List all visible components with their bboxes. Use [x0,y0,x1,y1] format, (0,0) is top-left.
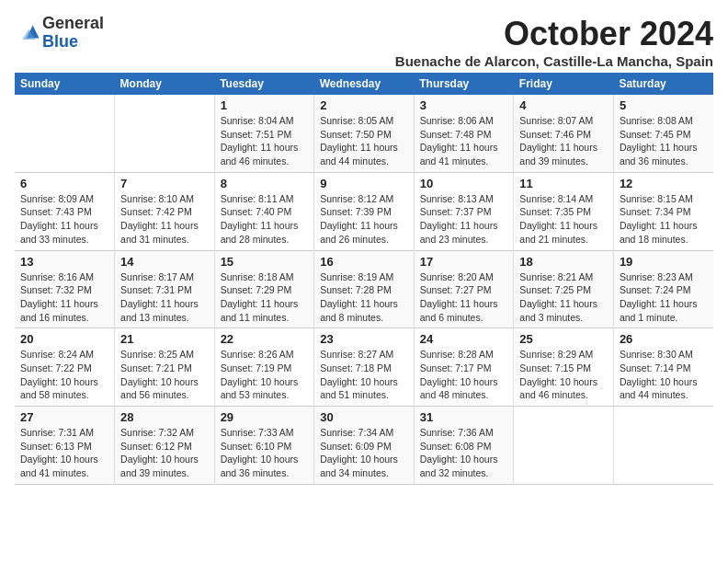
day-info: Sunrise: 8:24 AM Sunset: 7:22 PM Dayligh… [20,348,108,402]
calendar-cell: 10Sunrise: 8:13 AM Sunset: 7:37 PM Dayli… [414,172,514,250]
day-info: Sunrise: 8:28 AM Sunset: 7:17 PM Dayligh… [420,348,508,402]
calendar-cell: 19Sunrise: 8:23 AM Sunset: 7:24 PM Dayli… [613,250,713,328]
day-number: 28 [120,410,209,424]
day-info: Sunrise: 8:11 AM Sunset: 7:40 PM Dayligh… [221,192,309,247]
calendar-cell: 29Sunrise: 7:33 AM Sunset: 6:10 PM Dayli… [214,407,314,485]
day-number: 2 [320,98,408,112]
location-title: Buenache de Alarcon, Castille-La Mancha,… [395,53,713,69]
weekday-header: Friday [514,73,614,95]
calendar-cell [15,95,115,172]
day-number: 13 [20,255,108,269]
day-number: 25 [519,332,608,346]
day-info: Sunrise: 8:23 AM Sunset: 7:24 PM Dayligh… [620,270,708,325]
calendar-cell: 18Sunrise: 8:21 AM Sunset: 7:25 PM Dayli… [514,250,614,328]
day-number: 22 [221,332,309,346]
day-info: Sunrise: 8:27 AM Sunset: 7:18 PM Dayligh… [320,348,408,402]
day-number: 14 [120,255,209,269]
day-info: Sunrise: 8:13 AM Sunset: 7:37 PM Dayligh… [420,192,508,247]
calendar-cell: 3Sunrise: 8:06 AM Sunset: 7:48 PM Daylig… [414,95,514,172]
day-number: 19 [620,255,708,269]
day-number: 26 [620,332,708,346]
day-info: Sunrise: 8:26 AM Sunset: 7:19 PM Dayligh… [221,348,309,402]
day-number: 7 [120,177,209,190]
weekday-header: Monday [115,73,215,95]
day-number: 24 [420,332,508,346]
calendar-table: SundayMondayTuesdayWednesdayThursdayFrid… [15,73,713,485]
calendar-cell: 2Sunrise: 8:05 AM Sunset: 7:50 PM Daylig… [314,95,415,172]
calendar-cell: 24Sunrise: 8:28 AM Sunset: 7:17 PM Dayli… [414,328,514,407]
day-number: 29 [221,410,309,424]
weekday-header: Sunday [15,73,115,95]
calendar-cell: 17Sunrise: 8:20 AM Sunset: 7:27 PM Dayli… [414,250,514,328]
day-info: Sunrise: 8:09 AM Sunset: 7:43 PM Dayligh… [20,192,108,247]
weekday-header: Wednesday [314,73,415,95]
weekday-header: Tuesday [214,73,314,95]
day-info: Sunrise: 8:21 AM Sunset: 7:25 PM Dayligh… [519,270,608,325]
day-info: Sunrise: 8:18 AM Sunset: 7:29 PM Dayligh… [221,270,309,325]
day-number: 17 [420,255,508,269]
day-info: Sunrise: 8:12 AM Sunset: 7:39 PM Dayligh… [320,192,408,247]
calendar-cell: 14Sunrise: 8:17 AM Sunset: 7:31 PM Dayli… [115,250,215,328]
calendar-cell: 7Sunrise: 8:10 AM Sunset: 7:42 PM Daylig… [115,172,215,250]
calendar-week-row: 27Sunrise: 7:31 AM Sunset: 6:13 PM Dayli… [15,407,713,485]
calendar-cell: 12Sunrise: 8:15 AM Sunset: 7:34 PM Dayli… [613,172,713,250]
day-info: Sunrise: 7:31 AM Sunset: 6:13 PM Dayligh… [20,426,108,480]
day-info: Sunrise: 8:19 AM Sunset: 7:28 PM Dayligh… [320,270,408,325]
calendar-cell: 13Sunrise: 8:16 AM Sunset: 7:32 PM Dayli… [15,250,115,328]
day-number: 8 [221,177,309,190]
day-number: 10 [420,177,508,190]
day-info: Sunrise: 8:30 AM Sunset: 7:14 PM Dayligh… [620,348,708,402]
day-info: Sunrise: 7:33 AM Sunset: 6:10 PM Dayligh… [221,426,309,480]
day-info: Sunrise: 7:34 AM Sunset: 6:09 PM Dayligh… [320,426,408,480]
title-area: October 2024 Buenache de Alarcon, Castil… [395,15,713,69]
calendar-cell: 22Sunrise: 8:26 AM Sunset: 7:19 PM Dayli… [214,328,314,407]
day-info: Sunrise: 8:15 AM Sunset: 7:34 PM Dayligh… [620,192,708,247]
calendar-cell: 6Sunrise: 8:09 AM Sunset: 7:43 PM Daylig… [15,172,115,250]
day-info: Sunrise: 8:25 AM Sunset: 7:21 PM Dayligh… [120,348,209,402]
calendar-cell [613,407,713,485]
calendar-cell: 26Sunrise: 8:30 AM Sunset: 7:14 PM Dayli… [613,328,713,407]
calendar-cell: 31Sunrise: 7:36 AM Sunset: 6:08 PM Dayli… [414,407,514,485]
day-number: 21 [120,332,209,346]
logo-general-text: General [42,14,104,32]
day-info: Sunrise: 8:16 AM Sunset: 7:32 PM Dayligh… [20,270,108,325]
day-info: Sunrise: 8:07 AM Sunset: 7:46 PM Dayligh… [519,114,608,168]
day-number: 23 [320,332,408,346]
calendar-week-row: 1Sunrise: 8:04 AM Sunset: 7:51 PM Daylig… [15,95,713,172]
day-info: Sunrise: 8:10 AM Sunset: 7:42 PM Dayligh… [120,192,209,247]
day-info: Sunrise: 8:20 AM Sunset: 7:27 PM Dayligh… [420,270,508,325]
calendar-cell: 21Sunrise: 8:25 AM Sunset: 7:21 PM Dayli… [115,328,215,407]
day-number: 1 [221,98,309,112]
day-info: Sunrise: 8:06 AM Sunset: 7:48 PM Dayligh… [420,114,508,168]
day-number: 18 [519,255,608,269]
day-info: Sunrise: 8:04 AM Sunset: 7:51 PM Dayligh… [221,114,309,168]
calendar-week-row: 6Sunrise: 8:09 AM Sunset: 7:43 PM Daylig… [15,172,713,250]
calendar-cell: 25Sunrise: 8:29 AM Sunset: 7:15 PM Dayli… [514,328,614,407]
day-number: 3 [420,98,508,112]
calendar-cell: 23Sunrise: 8:27 AM Sunset: 7:18 PM Dayli… [314,328,415,407]
calendar-cell: 30Sunrise: 7:34 AM Sunset: 6:09 PM Dayli… [314,407,415,485]
day-number: 9 [320,177,408,190]
logo-blue-text: Blue [42,32,78,51]
calendar-week-row: 13Sunrise: 8:16 AM Sunset: 7:32 PM Dayli… [15,250,713,328]
calendar-cell: 27Sunrise: 7:31 AM Sunset: 6:13 PM Dayli… [15,407,115,485]
month-title: October 2024 [395,15,713,53]
day-number: 12 [620,177,708,190]
calendar-cell [115,95,215,172]
day-number: 5 [620,98,708,112]
weekday-header: Saturday [613,73,713,95]
day-number: 30 [320,410,408,424]
day-number: 20 [20,332,108,346]
page-header: General Blue October 2024 Buenache de Al… [15,15,713,69]
calendar-cell: 8Sunrise: 8:11 AM Sunset: 7:40 PM Daylig… [214,172,314,250]
day-number: 11 [519,177,608,190]
day-number: 4 [519,98,608,112]
calendar-cell: 20Sunrise: 8:24 AM Sunset: 7:22 PM Dayli… [15,328,115,407]
calendar-header-row: SundayMondayTuesdayWednesdayThursdayFrid… [15,73,713,95]
day-info: Sunrise: 8:14 AM Sunset: 7:35 PM Dayligh… [519,192,608,247]
logo-icon [15,20,40,46]
calendar-cell: 11Sunrise: 8:14 AM Sunset: 7:35 PM Dayli… [514,172,614,250]
day-number: 31 [420,410,508,424]
calendar-cell: 1Sunrise: 8:04 AM Sunset: 7:51 PM Daylig… [214,95,314,172]
day-info: Sunrise: 8:05 AM Sunset: 7:50 PM Dayligh… [320,114,408,168]
